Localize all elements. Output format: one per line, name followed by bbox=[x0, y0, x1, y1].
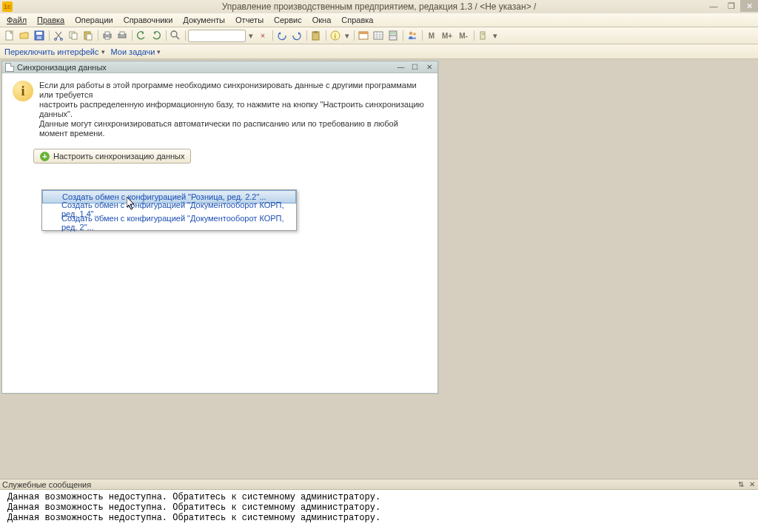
redo-button[interactable] bbox=[150, 29, 163, 42]
svg-rect-31 bbox=[482, 33, 485, 35]
print-preview-button[interactable] bbox=[115, 29, 129, 42]
menu-edit[interactable]: Правка bbox=[32, 14, 70, 26]
messages-title: Служебные сообщения bbox=[2, 480, 91, 489]
svg-rect-17 bbox=[314, 31, 318, 33]
window-minimize-button[interactable]: — bbox=[705, 0, 722, 12]
memory-mminus-button[interactable]: M- bbox=[456, 29, 471, 42]
memory-m-button[interactable]: M bbox=[425, 29, 438, 42]
messages-caption: Служебные сообщения ⇅ ✕ bbox=[0, 479, 758, 490]
switch-interface-dropdown[interactable]: Переключить интерфейс ▾ bbox=[4, 47, 105, 56]
search-clear-button[interactable]: × bbox=[256, 29, 269, 42]
svg-rect-14 bbox=[120, 32, 124, 35]
memory-mplus-button[interactable]: M+ bbox=[440, 29, 455, 42]
main-toolbar: ▾ × i ▾ M M+ M- ▾ bbox=[0, 27, 758, 44]
svg-rect-7 bbox=[72, 33, 77, 39]
menu-help[interactable]: Справка bbox=[336, 14, 378, 26]
users-button[interactable] bbox=[406, 29, 419, 42]
svg-rect-2 bbox=[36, 32, 42, 35]
search-box[interactable] bbox=[188, 30, 246, 42]
inner-window-sync: Синхронизация данных — ☐ ✕ i Если для ра… bbox=[1, 61, 438, 394]
menu-item-do2[interactable]: Создать обмен с конфигурацией "Документо… bbox=[42, 216, 296, 229]
extra-dropdown-button[interactable]: ▾ bbox=[492, 29, 499, 42]
save-button[interactable] bbox=[33, 29, 46, 42]
sub-toolbar: Переключить интерфейс ▾ Мои задачи ▾ bbox=[0, 44, 758, 59]
inner-close-button[interactable]: ✕ bbox=[423, 62, 435, 72]
inner-window-info-text: Если для работы в этой программе необход… bbox=[39, 81, 427, 138]
svg-rect-21 bbox=[359, 32, 368, 34]
document-icon bbox=[5, 63, 14, 72]
find-button[interactable] bbox=[169, 29, 182, 42]
menu-references[interactable]: Справочники bbox=[118, 14, 178, 26]
window-close-button[interactable]: ✕ bbox=[740, 0, 758, 12]
paste-button[interactable] bbox=[81, 29, 95, 42]
switch-interface-label: Переключить интерфейс bbox=[4, 47, 99, 56]
inner-window-titlebar[interactable]: Синхронизация данных — ☐ ✕ bbox=[2, 61, 437, 73]
svg-rect-11 bbox=[105, 32, 110, 35]
messages-close-button[interactable]: ✕ bbox=[748, 480, 756, 488]
calculator-button[interactable] bbox=[386, 29, 400, 42]
menu-documents[interactable]: Документы bbox=[178, 14, 230, 26]
new-button[interactable] bbox=[3, 29, 16, 42]
app-title-bar: 1c Управление производственным предприят… bbox=[0, 0, 758, 13]
chevron-down-icon: ▾ bbox=[157, 48, 161, 55]
about-dropdown-button[interactable]: ▾ bbox=[343, 29, 351, 42]
app-icon: 1c bbox=[2, 1, 13, 12]
extra-button[interactable] bbox=[477, 29, 490, 42]
search-dropdown-button[interactable]: ▾ bbox=[247, 29, 255, 42]
svg-text:i: i bbox=[335, 32, 337, 40]
app-title: Управление производственным предприятием… bbox=[0, 1, 758, 12]
svg-rect-25 bbox=[390, 35, 392, 36]
svg-rect-30 bbox=[480, 32, 485, 39]
menu-service[interactable]: Сервис bbox=[269, 14, 307, 26]
workspace: Синхронизация данных — ☐ ✕ i Если для ра… bbox=[0, 59, 758, 532]
open-button[interactable] bbox=[18, 29, 31, 42]
menu-reports[interactable]: Отчеты bbox=[230, 14, 269, 26]
print-button[interactable] bbox=[101, 29, 114, 42]
svg-point-28 bbox=[409, 32, 412, 35]
nav-back-button[interactable] bbox=[275, 29, 289, 42]
svg-rect-3 bbox=[37, 36, 41, 39]
inner-maximize-button[interactable]: ☐ bbox=[409, 62, 420, 72]
svg-rect-24 bbox=[390, 32, 396, 34]
my-tasks-label: Мои задачи bbox=[111, 47, 155, 56]
messages-panel: Служебные сообщения ⇅ ✕ Данная возможнос… bbox=[0, 479, 758, 532]
inner-window-body: i Если для работы в этой программе необх… bbox=[2, 73, 437, 146]
configure-sync-label: Настроить синхронизацию данных bbox=[53, 152, 184, 161]
my-tasks-dropdown[interactable]: Мои задачи ▾ bbox=[111, 47, 161, 56]
copy-button[interactable] bbox=[67, 29, 80, 42]
window-controls: — ❐ ✕ bbox=[705, 0, 758, 12]
menu-windows[interactable]: Окна bbox=[307, 14, 337, 26]
messages-body: Данная возможность недоступна. Обратитес… bbox=[0, 490, 758, 532]
svg-point-15 bbox=[171, 31, 177, 37]
menu-bar: Файл Правка Операции Справочники Докумен… bbox=[0, 13, 758, 27]
svg-rect-27 bbox=[395, 35, 396, 36]
plus-icon: + bbox=[40, 152, 50, 161]
svg-rect-9 bbox=[87, 34, 92, 40]
clipboard-button[interactable] bbox=[309, 29, 323, 42]
undo-button[interactable] bbox=[135, 29, 148, 42]
nav-forward-button[interactable] bbox=[290, 29, 303, 42]
chevron-down-icon: ▾ bbox=[101, 48, 105, 55]
cut-button[interactable] bbox=[52, 29, 65, 42]
menu-file[interactable]: Файл bbox=[1, 14, 32, 26]
svg-rect-26 bbox=[392, 35, 394, 36]
menu-operations[interactable]: Операции bbox=[70, 14, 118, 26]
inner-window-title: Синхронизация данных bbox=[17, 63, 107, 72]
about-button[interactable]: i bbox=[329, 29, 342, 42]
configure-sync-button[interactable]: + Настроить синхронизацию данных bbox=[33, 149, 191, 164]
messages-scroll-button[interactable]: ⇅ bbox=[737, 480, 745, 488]
calendar-button[interactable] bbox=[357, 29, 370, 42]
svg-point-29 bbox=[413, 33, 416, 36]
info-icon: i bbox=[13, 81, 33, 101]
svg-rect-12 bbox=[105, 37, 110, 39]
window-maximize-button[interactable]: ❐ bbox=[722, 0, 740, 12]
svg-rect-22 bbox=[374, 32, 383, 39]
config-dropdown-menu: Создать обмен с конфигурацией "Розница, … bbox=[41, 189, 297, 231]
inner-minimize-button[interactable]: — bbox=[395, 62, 406, 72]
grid-button[interactable] bbox=[372, 29, 385, 42]
